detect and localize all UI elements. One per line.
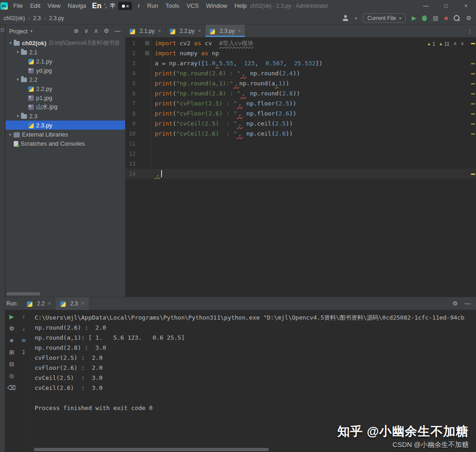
code-line-8[interactable]: 8print("cvFloor(2.6) : "， np.floor(2.6))	[126, 109, 476, 119]
run-config-select[interactable]: Current File ▾	[363, 13, 406, 23]
collapse-all-icon[interactable]: ∧	[94, 28, 99, 34]
code-editor[interactable]: 1−import cv2 as cv #导入cv模块2−import numpy…	[126, 37, 476, 297]
chevron-down-icon[interactable]: ▾	[15, 114, 21, 118]
tree-item-ch02-ok[interactable]: ▾ch02(ok)D:\mjl\Opencv4.5资料\图书资	[5, 38, 125, 47]
expand-all-icon[interactable]: ∨	[84, 28, 89, 34]
chevron-down-icon[interactable]: ▾	[15, 77, 21, 82]
horizontal-scrollbar[interactable]	[34, 448, 269, 451]
menu-item-r[interactable]: r	[134, 0, 143, 12]
console-line-10[interactable]: Process finished with exit code 0	[35, 403, 476, 413]
ime-halfwidth-indicator[interactable]: 半	[110, 2, 115, 10]
tree-item-2.1.py[interactable]: 2.1.py	[5, 57, 125, 66]
chevron-down-icon[interactable]: ▾	[15, 50, 21, 54]
tree-item-2.1[interactable]: ▾2.1	[5, 47, 125, 57]
ime-language-indicator[interactable]: En	[92, 2, 101, 10]
pin-icon[interactable]: ⊙	[9, 373, 14, 379]
locate-file-icon[interactable]: ⊕	[73, 28, 78, 34]
ime-toolbar[interactable]: En’,半	[92, 2, 132, 10]
prev-problem-icon[interactable]: ∧	[453, 41, 457, 47]
editor-tab-2.3.py[interactable]: 2.3.py×	[205, 25, 246, 37]
tree-item-2.3[interactable]: ▾2.3	[5, 111, 125, 121]
restore-layout-icon[interactable]: ⊞	[9, 349, 14, 356]
close-tab-icon[interactable]: ×	[158, 28, 161, 34]
debug-icon[interactable]	[422, 16, 427, 21]
settings-icon[interactable]: ⚙	[104, 28, 109, 34]
up-stack-icon[interactable]: ↑	[22, 314, 26, 320]
code-line-13[interactable]: 13	[126, 159, 476, 169]
code-line-4[interactable]: 4print("np.round(2.6) : "， np.round(2.4)…	[126, 68, 476, 79]
coverage-icon[interactable]: ▤	[433, 15, 438, 21]
console-line-9[interactable]	[35, 393, 476, 403]
stripe-tick[interactable]	[471, 63, 475, 64]
code-line-7[interactable]: 7print("cvFloor(2.5) : "， np.floor(2.5))	[126, 99, 476, 109]
chevron-down-icon[interactable]: ▾	[7, 41, 14, 45]
tree-item-external-libraries[interactable]: ▸External Libraries	[5, 130, 125, 139]
tree-item-scratches-and-consoles[interactable]: Scratches and Consoles	[5, 139, 125, 148]
scroll-to-end-icon[interactable]: ↧	[21, 349, 26, 356]
menu-item-tools[interactable]: Tools	[162, 0, 183, 12]
horizontal-scrollbar[interactable]	[6, 292, 40, 295]
run-tab-2.3[interactable]: 2.3×	[56, 297, 89, 310]
menu-item-window[interactable]: Window	[203, 0, 231, 12]
next-problem-icon[interactable]: ∨	[460, 41, 464, 47]
menu-item-run[interactable]: Run	[144, 0, 162, 12]
settings-icon[interactable]: ⚙	[452, 300, 458, 307]
soft-wrap-icon[interactable]: ≋	[21, 337, 26, 344]
ime-badge[interactable]	[118, 2, 132, 10]
breadcrumb-2.3[interactable]: 2.3	[33, 15, 41, 21]
stripe-tick[interactable]	[471, 113, 475, 115]
code-line-2[interactable]: 2−import numpy as np	[126, 48, 476, 58]
warning-indicator[interactable]: ▲ 11	[439, 41, 450, 47]
close-tab-icon[interactable]: ×	[198, 28, 201, 34]
tree-item-jpg[interactable]: 山水.jpg	[5, 102, 125, 111]
more-options-icon[interactable]: ⋮	[467, 27, 473, 34]
tree-item-yd.jpg[interactable]: yd.jpg	[5, 66, 125, 75]
tree-item-2.2[interactable]: ▾2.2	[5, 75, 125, 84]
stripe-tick[interactable]	[471, 133, 475, 135]
menu-item-vcs[interactable]: VCS	[183, 0, 203, 12]
fold-icon[interactable]: −	[145, 41, 149, 45]
error-indicator[interactable]: ▲ 1	[427, 41, 435, 47]
close-tab-icon[interactable]: ×	[48, 300, 51, 307]
code-line-14[interactable]: 14，	[126, 169, 476, 179]
menu-item-view[interactable]: View	[44, 0, 64, 12]
ime-punctuation-indicator[interactable]: ’,	[104, 3, 107, 9]
code-line-5[interactable]: 5print("np.round(a,1):"，np.round(a,1))	[126, 79, 476, 89]
code-line-1[interactable]: 1−import cv2 as cv #导入cv模块	[126, 38, 476, 48]
code-line-11[interactable]: 11	[126, 139, 476, 149]
tree-item-p1.jpg[interactable]: p1.jpg	[5, 93, 125, 102]
close-button[interactable]: ×	[456, 0, 476, 12]
stop-icon[interactable]: ■	[10, 337, 14, 344]
rerun-icon[interactable]: ▶	[10, 314, 14, 320]
console-line-5[interactable]: cvFloor(2.5) : 2.0	[35, 353, 476, 363]
console-line-8[interactable]: cvCeil(2.6) : 3.0	[35, 383, 476, 393]
menu-item-edit[interactable]: Edit	[26, 0, 44, 12]
run-icon[interactable]: ▶	[412, 15, 416, 21]
code-line-12[interactable]: 12	[126, 149, 476, 159]
code-line-10[interactable]: 10print("cvCeil(2.6) : "， np.ceil(2.6))	[126, 129, 476, 139]
menu-item-file[interactable]: File	[10, 0, 26, 12]
user-icon[interactable]	[342, 15, 349, 21]
menu-item-help[interactable]: Help	[231, 0, 251, 12]
console-line-1[interactable]: C:\Users\mjl\AppData\Local\Programs\Pyth…	[35, 313, 476, 323]
editor-tab-2.2.py[interactable]: 2.2.py×	[166, 25, 206, 37]
run-tab-2.2[interactable]: 2.2×	[22, 297, 56, 310]
tree-item-2.3.py[interactable]: 2.3.py	[5, 121, 125, 130]
editor-tab-2.1.py[interactable]: 2.1.py×	[126, 25, 166, 37]
stripe-tick[interactable]	[471, 83, 475, 84]
chevron-right-icon[interactable]: ▸	[7, 132, 14, 137]
stripe-tick[interactable]	[471, 173, 475, 175]
close-tab-icon[interactable]: ×	[238, 28, 241, 34]
stripe-tick[interactable]	[471, 103, 475, 105]
code-line-9[interactable]: 9print("cvCeil(2.5) : "， np.ceil(2.5))	[126, 119, 476, 129]
stripe-tick[interactable]	[471, 123, 475, 125]
stop-icon[interactable]: ■	[444, 15, 448, 21]
stripe-tick[interactable]	[471, 43, 475, 44]
delete-icon[interactable]: ⌫	[7, 385, 16, 391]
close-tab-icon[interactable]: ×	[81, 300, 84, 307]
project-panel-title[interactable]: Project ▾	[9, 28, 32, 35]
fold-icon[interactable]: −	[145, 51, 149, 55]
minimize-button[interactable]: —	[416, 0, 436, 12]
hide-panel-icon[interactable]: —	[115, 28, 120, 34]
console-line-4[interactable]: np.round(2.8) : 3.0	[35, 343, 476, 353]
